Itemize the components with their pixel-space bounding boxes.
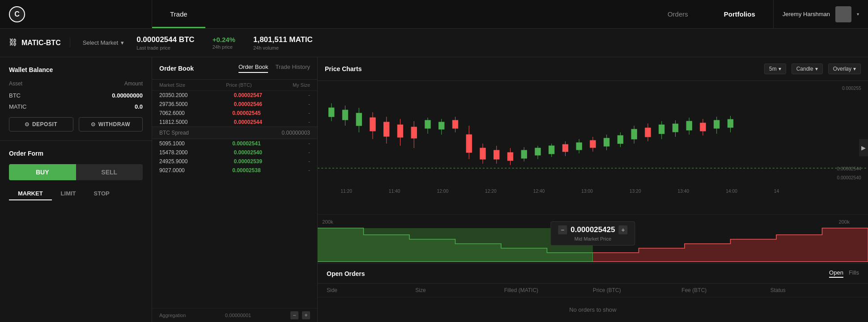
stop-order-tab[interactable]: STOP [85, 187, 119, 200]
svg-rect-54 [604, 138, 609, 146]
buy-price-4: 0.00002538 [232, 167, 260, 174]
market-name: MATIC-BTC [21, 39, 61, 47]
limit-order-tab[interactable]: LIMIT [52, 187, 85, 200]
nav-trade-tab[interactable]: Trade [152, 0, 205, 28]
asset-row-btc: BTC 0.00000000 [9, 92, 143, 99]
nav-tabs: Trade Orders Portfolios Jeremy Harshman … [152, 0, 868, 28]
order-book-panel: Order Book Order Book Trade History Mark… [152, 57, 318, 322]
buy-order-row-1: 5095.1000 0.00002541 - [152, 139, 317, 148]
svg-text:13:20: 13:20 [630, 189, 641, 194]
svg-rect-28 [425, 120, 430, 128]
trade-history-tab[interactable]: Trade History [275, 64, 310, 73]
svg-text:0.000255: 0.000255 [842, 86, 861, 91]
sell-order-row-2: 29736.5000 0.00002546 - [152, 100, 317, 109]
asset-table-header: Asset Amount [9, 80, 143, 87]
svg-text:0.00002540: 0.00002540 [837, 175, 861, 180]
candle-label: Candle [796, 66, 813, 72]
change-24h-value: +0.24% [213, 36, 235, 43]
deposit-label: DEPOSIT [32, 121, 57, 127]
open-tab[interactable]: Open [829, 269, 843, 278]
wallet-section: Wallet Balance Asset Amount BTC 0.000000… [0, 57, 152, 141]
ob-col-market-size: Market Size [159, 82, 185, 88]
candlestick-chart: 0.000255 0.00002544 0.00002540 11:20 11:… [318, 81, 868, 197]
svg-text:12:20: 12:20 [485, 189, 497, 194]
overlay-chevron-icon: ▾ [853, 66, 856, 72]
sell-button[interactable]: SELL [76, 164, 143, 180]
svg-rect-20 [370, 118, 375, 131]
sell-size-3: 7062.6000 [159, 110, 185, 116]
spread-label: BTC Spread [159, 130, 189, 136]
aggregation-label: Aggregation [159, 313, 186, 318]
svg-rect-34 [466, 135, 472, 153]
buy-sell-tabs: BUY SELL [9, 164, 143, 180]
sell-mysize-4: - [308, 119, 310, 125]
svg-rect-60 [645, 128, 651, 137]
svg-text:12:40: 12:40 [533, 189, 545, 194]
aggregation-minus-button[interactable]: − [290, 311, 298, 319]
svg-text:200k: 200k [839, 219, 850, 225]
timeframe-button[interactable]: 5m ▾ [764, 64, 786, 74]
svg-rect-14 [329, 108, 334, 117]
sell-price-4: 0.00002544 [234, 119, 262, 125]
overlay-button[interactable]: Overlay ▾ [828, 64, 861, 74]
buy-price-3: 0.00002539 [234, 158, 262, 165]
select-market-button[interactable]: Select Market ▾ [79, 38, 128, 48]
mid-price-overlay: − 0.000025425 + Mid Market Price [550, 221, 635, 246]
change-24h-stat: +0.24% 24h price [213, 36, 235, 50]
btc-asset-amount: 0.00000000 [112, 92, 143, 99]
fills-tab[interactable]: Fills [849, 269, 859, 278]
svg-rect-30 [439, 122, 444, 129]
last-trade-price: 0.00002544 BTC [136, 35, 194, 44]
overlay-label: Overlay [833, 66, 851, 72]
user-area: Jeremy Harshman ▾ [773, 0, 868, 28]
mid-price-minus-button[interactable]: − [558, 225, 567, 234]
volume-24h-stat: 1,801,511 MATIC 24h volume [253, 35, 313, 51]
order-book-sub-tabs: Order Book Trade History [238, 64, 310, 73]
svg-rect-68 [700, 123, 706, 131]
svg-rect-64 [672, 124, 678, 132]
amount-col-header: Amount [124, 80, 143, 87]
wallet-title: Wallet Balance [9, 66, 143, 73]
withdraw-button[interactable]: ⊙ WITHDRAW [79, 117, 143, 131]
open-orders-section: Open Orders Open Fills Side Size Filled … [318, 263, 868, 322]
market-order-tab[interactable]: MARKET [9, 187, 52, 200]
asset-table: Asset Amount BTC 0.00000000 MATIC 0.0 [9, 80, 143, 110]
open-orders-header: Open Orders Open Fills [318, 264, 868, 284]
buy-price-2: 0.00002540 [234, 149, 262, 156]
sell-size-4: 11812.5000 [159, 119, 187, 125]
asset-col-header: Asset [9, 80, 22, 87]
svg-rect-62 [659, 125, 664, 134]
volume-24h-value: 1,801,511 MATIC [253, 35, 313, 44]
market-icon: ⛓ [9, 38, 17, 47]
buy-mysize-1: - [308, 140, 310, 147]
mid-price-plus-button[interactable]: + [619, 225, 628, 234]
buy-size-1: 5095.1000 [159, 140, 185, 147]
buy-button[interactable]: BUY [9, 164, 76, 180]
nav-orders-tab[interactable]: Orders [650, 0, 706, 28]
svg-text:14: 14 [774, 189, 779, 194]
svg-rect-48 [562, 144, 568, 152]
sell-price-1: 0.00002547 [234, 92, 262, 98]
nav-portfolios-tab[interactable]: Portfolios [706, 0, 773, 28]
volume-24h-label: 24h volume [253, 45, 313, 51]
volume-section: 200k 200k − 0.000025425 + Mid Market Pr [318, 214, 868, 263]
deposit-button[interactable]: ⊙ DEPOSIT [9, 117, 73, 131]
spread-value: 0.00000003 [282, 130, 310, 136]
svg-rect-46 [549, 146, 554, 154]
order-type-tabs: MARKET LIMIT STOP [9, 187, 143, 200]
sell-price-2: 0.00002546 [234, 101, 262, 107]
logo-area: C [0, 0, 152, 28]
timeframe-chevron-icon: ▾ [779, 66, 781, 72]
aggregation-plus-button[interactable]: + [302, 311, 310, 319]
order-book-title: Order Book [159, 65, 194, 72]
svg-rect-42 [521, 150, 527, 158]
order-book-tab[interactable]: Order Book [238, 64, 268, 73]
chart-expand-button[interactable]: ▶ [859, 139, 868, 157]
svg-rect-52 [590, 140, 596, 148]
candle-button[interactable]: Candle ▾ [791, 64, 823, 74]
ob-col-price: Price (BTC) [226, 82, 251, 88]
svg-text:12:00: 12:00 [437, 189, 449, 194]
mid-price-value: 0.000025425 [570, 225, 615, 234]
chevron-down-icon[interactable]: ▾ [857, 12, 859, 17]
buy-price-1: 0.00002541 [232, 140, 260, 147]
